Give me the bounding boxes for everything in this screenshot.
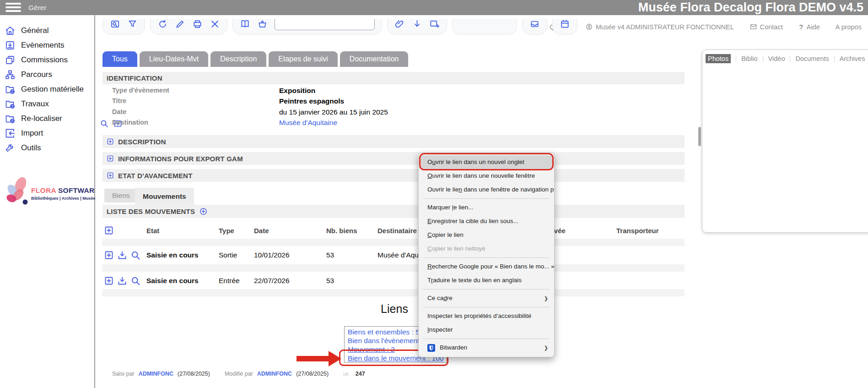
saisi-user-link[interactable]: ADMINFONC [139,371,173,377]
edit-icon[interactable] [175,19,185,29]
menu-item-copier-le-lien[interactable]: Copier le lien [419,228,554,242]
modifie-user-link[interactable]: ADMINFONC [257,371,292,377]
media-tab-video[interactable]: Vidéo [768,55,785,62]
menu-item-label: Copier le lien [427,228,464,242]
sidebar-item-general[interactable]: Général [0,23,94,38]
close-icon[interactable] [210,19,220,29]
basket-icon[interactable] [257,19,268,29]
section-etat-d-avancement[interactable]: ETAT D'AVANCEMENT [102,169,685,182]
media-tab-archives[interactable]: Archives [840,55,865,62]
sidebar-item-commissions[interactable]: Commissions [0,53,94,67]
toolbar-group-3 [232,19,382,35]
menu-item-recherche-google-pour-bien-dans-le-mo[interactable]: Recherche Google pour « Bien dans le mo.… [419,260,554,273]
saisi-label: Saisi par [112,371,135,377]
menu-label-part: dans une fenêtre de navigation privée [462,186,554,193]
tab-documentation[interactable]: Documentation [340,51,409,67]
menu-item-marquer-le-lien[interactable]: Marquer le lien... [419,201,554,214]
menu-item-enregistrer-la-cible-du-lien-sous[interactable]: Enregistrer la cible du lien sous... [419,214,554,228]
menu-item-inspecter[interactable]: Inspecter [419,323,554,337]
tab-lieu-dates-mvt[interactable]: Lieu-Dates-Mvt [140,51,208,67]
search-book-icon[interactable] [110,19,120,29]
menu-item-ce-cadre[interactable]: Ce cadre❯ [419,291,554,305]
tab-etapes-de-suivi[interactable]: Etapes de suivi [269,51,338,67]
book-icon[interactable] [240,19,250,29]
attach-icon[interactable] [394,19,405,29]
tab-tous[interactable]: Tous [102,51,137,67]
expand-plus-icon[interactable] [107,155,114,162]
media-tab-biblio[interactable]: Biblio [741,55,757,62]
utility-item-aide[interactable]: ?Aide [798,23,820,31]
sidebar-item-evenements[interactable]: Evènements [0,38,94,53]
menu-item-bitwarden[interactable]: Bitwarden❯ [419,341,554,355]
menu-separator [423,257,550,258]
app-title: Musée Flora Decalog Flora DEMO v4.5 [638,0,863,15]
circle-plus-icon[interactable] [199,207,208,216]
folder-globe-icon [5,84,16,95]
panel-collapse-handle[interactable] [698,127,701,146]
toolbar-input[interactable] [275,19,375,30]
search-icon[interactable] [130,250,141,261]
utility-bar: QuitterMusée v4 ADMINISTRATEUR FONCTIONN… [539,23,862,31]
tab-separator [834,55,835,62]
expand-plus-icon[interactable] [107,138,114,145]
utility-item-musee-v4-administrateur-fonctionnel[interactable]: Musée v4 ADMINISTRATEUR FONCTIONNEL [585,23,734,31]
download-icon[interactable] [117,250,128,261]
plus-box-icon[interactable] [103,275,114,286]
tab-description[interactable]: Description [210,51,266,67]
mail-icon [749,23,757,31]
hamburger-menu-icon[interactable] [5,3,21,12]
plus-box-icon[interactable] [103,225,114,236]
refresh-icon[interactable] [157,19,168,29]
cell-nb_biens: 53 [326,251,334,259]
sidebar-item-travaux[interactable]: Travaux [0,97,94,111]
cell-etat: Saisie en cours [146,277,199,285]
section-description[interactable]: DESCRIPTION [102,135,685,148]
sidebar-item-import[interactable]: Import [0,126,94,141]
utility-item-a-propos[interactable]: A propos [836,23,862,31]
menu-item-copier-le-lien-nettoye[interactable]: Copier le lien nettoyé [419,242,554,256]
print-icon[interactable] [192,19,203,29]
utility-item-label: Contact [760,23,783,31]
event-tray-icon [5,40,16,51]
media-tab-photos[interactable]: Photos [706,54,731,63]
menu-item-label: Inspecter les propriétés d’accessibilité [427,309,531,323]
plus-box-icon[interactable] [103,250,114,261]
menu-label-part: nspecter [429,326,453,333]
download-icon[interactable] [117,275,128,286]
section-title: ETAT D'AVANCEMENT [118,172,193,180]
sidebar-item-label: Import [21,129,43,138]
subtab-mouvements[interactable]: Mouvements [135,188,194,205]
menu-label-part: Marquer [427,204,452,211]
menu-item-ouvrir-le-lien-dans-une-fenetre-de-navigation-privee[interactable]: Ouvrir le lien dans une fenêtre de navig… [419,183,554,197]
menu-item-label: Ouvrir le lien dans une nouvelle fenêtre [427,169,535,183]
menu-item-traduire-le-texte-du-lien-en-anglais[interactable]: Traduire le texte du lien en anglais [419,273,554,287]
uk-value: 247 [356,371,365,377]
media-tab-documents[interactable]: Documents [795,55,829,62]
sidebar-item-gestion-materielle[interactable]: Gestion matérielle [0,82,94,97]
search-icon[interactable] [99,119,109,128]
sidebar-item-re-localiser[interactable]: Re-localiser [0,111,94,126]
row-separator [102,264,685,272]
utility-item-label: Musée v4 ADMINISTRATEUR FONCTIONNEL [596,23,734,31]
sitemap-icon [5,69,16,80]
menu-label-part: uvrir le lien dans une nouvelle fenêtre [432,172,535,179]
utility-item-contact[interactable]: Contact [749,23,783,31]
subtab-biens[interactable]: Biens [104,189,138,202]
destination-link[interactable]: Musée d'Aquitaine [279,119,337,127]
sidebar-item-outils[interactable]: Outils [0,141,94,155]
calendar-icon[interactable] [560,19,570,29]
cell-type: Entrée [219,277,240,285]
sidebar-item-parcours[interactable]: Parcours [0,67,94,82]
expand-plus-icon[interactable] [107,172,114,179]
menu-label-part: opier le lien nettoyé [432,245,485,252]
menu-item-inspecter-les-proprietes-d-accessibilite[interactable]: Inspecter les propriétés d’accessibilité [419,309,554,323]
folders-icon [5,55,16,66]
menu-access-key: R [427,263,432,270]
tray-icon[interactable] [529,19,540,29]
search-icon[interactable] [130,275,141,286]
window-add-icon[interactable] [429,19,440,29]
arrow-down-icon[interactable] [412,19,422,29]
filter-icon[interactable] [127,19,138,29]
menu-item-ouvrir-le-lien-dans-une-nouvelle-fenetre[interactable]: Ouvrir le lien dans une nouvelle fenêtre [419,169,554,183]
section-informations-pour-export-gam[interactable]: INFORMATIONS POUR EXPORT GAM [102,152,685,165]
